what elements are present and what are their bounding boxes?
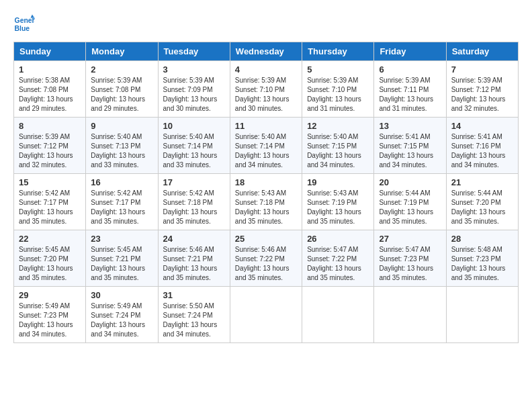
day-number: 1 (19, 64, 81, 75)
cell-content: Sunrise: 5:44 AMSunset: 7:20 PMDaylight:… (451, 189, 513, 226)
header-tuesday: Tuesday (158, 42, 230, 61)
cell-content: Sunrise: 5:47 AMSunset: 7:22 PMDaylight:… (307, 245, 369, 283)
calendar-cell: 22 Sunrise: 5:45 AMSunset: 7:20 PMDaylig… (14, 230, 86, 287)
day-number: 23 (91, 234, 152, 244)
cell-content: Sunrise: 5:41 AMSunset: 7:15 PMDaylight:… (379, 132, 441, 170)
calendar-week-1: 1 Sunrise: 5:38 AMSunset: 7:08 PMDayligh… (14, 61, 519, 118)
calendar-cell (230, 287, 302, 343)
day-number: 9 (91, 121, 152, 131)
cell-content: Sunrise: 5:42 AMSunset: 7:17 PMDaylight:… (19, 189, 81, 226)
calendar-cell: 23 Sunrise: 5:45 AMSunset: 7:21 PMDaylig… (86, 230, 158, 287)
day-number: 8 (19, 121, 81, 131)
header-sunday: Sunday (14, 42, 86, 61)
cell-content: Sunrise: 5:39 AMSunset: 7:09 PMDaylight:… (163, 76, 225, 113)
calendar-week-5: 29 Sunrise: 5:49 AMSunset: 7:23 PMDaylig… (14, 287, 519, 343)
cell-content: Sunrise: 5:40 AMSunset: 7:15 PMDaylight:… (307, 132, 369, 170)
day-number: 6 (379, 64, 441, 75)
day-number: 18 (235, 177, 297, 187)
cell-content: Sunrise: 5:38 AMSunset: 7:08 PMDaylight:… (19, 76, 81, 113)
header-thursday: Thursday (302, 42, 374, 61)
cell-content: Sunrise: 5:49 AMSunset: 7:24 PMDaylight:… (91, 302, 152, 339)
day-number: 26 (307, 234, 369, 244)
calendar-cell: 13 Sunrise: 5:41 AMSunset: 7:15 PMDaylig… (374, 118, 446, 174)
cell-content: Sunrise: 5:45 AMSunset: 7:20 PMDaylight:… (19, 245, 81, 283)
calendar-cell: 10 Sunrise: 5:40 AMSunset: 7:14 PMDaylig… (158, 118, 230, 174)
calendar-week-4: 22 Sunrise: 5:45 AMSunset: 7:20 PMDaylig… (14, 230, 519, 287)
day-number: 15 (19, 177, 81, 187)
calendar-cell: 4 Sunrise: 5:39 AMSunset: 7:10 PMDayligh… (230, 61, 302, 118)
logo: General Blue (13, 13, 39, 35)
cell-content: Sunrise: 5:46 AMSunset: 7:21 PMDaylight:… (163, 245, 225, 283)
header-saturday: Saturday (446, 42, 518, 61)
cell-content: Sunrise: 5:47 AMSunset: 7:23 PMDaylight:… (379, 245, 441, 283)
calendar-cell: 19 Sunrise: 5:43 AMSunset: 7:19 PMDaylig… (302, 174, 374, 230)
cell-content: Sunrise: 5:39 AMSunset: 7:10 PMDaylight:… (235, 76, 297, 113)
cell-content: Sunrise: 5:44 AMSunset: 7:19 PMDaylight:… (379, 189, 441, 226)
calendar-cell: 31 Sunrise: 5:50 AMSunset: 7:24 PMDaylig… (158, 287, 230, 343)
calendar-cell (446, 287, 518, 343)
day-number: 2 (91, 64, 152, 75)
calendar-cell: 30 Sunrise: 5:49 AMSunset: 7:24 PMDaylig… (86, 287, 158, 343)
day-number: 22 (19, 234, 81, 244)
calendar-cell: 7 Sunrise: 5:39 AMSunset: 7:12 PMDayligh… (446, 61, 518, 118)
svg-text:Blue: Blue (15, 25, 30, 32)
calendar-cell: 27 Sunrise: 5:47 AMSunset: 7:23 PMDaylig… (374, 230, 446, 287)
calendar-cell: 9 Sunrise: 5:40 AMSunset: 7:13 PMDayligh… (86, 118, 158, 174)
day-number: 10 (163, 121, 225, 131)
calendar-cell: 14 Sunrise: 5:41 AMSunset: 7:16 PMDaylig… (446, 118, 518, 174)
cell-content: Sunrise: 5:41 AMSunset: 7:16 PMDaylight:… (451, 132, 513, 170)
calendar-cell: 12 Sunrise: 5:40 AMSunset: 7:15 PMDaylig… (302, 118, 374, 174)
header-monday: Monday (86, 42, 158, 61)
calendar-cell: 6 Sunrise: 5:39 AMSunset: 7:11 PMDayligh… (374, 61, 446, 118)
calendar-header-row: SundayMondayTuesdayWednesdayThursdayFrid… (14, 42, 519, 61)
cell-content: Sunrise: 5:39 AMSunset: 7:08 PMDaylight:… (91, 76, 152, 113)
day-number: 27 (379, 234, 441, 244)
calendar-cell: 21 Sunrise: 5:44 AMSunset: 7:20 PMDaylig… (446, 174, 518, 230)
day-number: 19 (307, 177, 369, 187)
calendar-cell: 16 Sunrise: 5:42 AMSunset: 7:17 PMDaylig… (86, 174, 158, 230)
cell-content: Sunrise: 5:40 AMSunset: 7:13 PMDaylight:… (91, 132, 152, 170)
day-number: 4 (235, 64, 297, 75)
svg-text:General: General (15, 17, 35, 24)
day-number: 16 (91, 177, 152, 187)
day-number: 14 (451, 121, 513, 131)
calendar-cell: 20 Sunrise: 5:44 AMSunset: 7:19 PMDaylig… (374, 174, 446, 230)
calendar-week-3: 15 Sunrise: 5:42 AMSunset: 7:17 PMDaylig… (14, 174, 519, 230)
day-number: 21 (451, 177, 513, 187)
day-number: 7 (451, 64, 513, 75)
calendar-cell: 17 Sunrise: 5:42 AMSunset: 7:18 PMDaylig… (158, 174, 230, 230)
calendar-cell: 11 Sunrise: 5:40 AMSunset: 7:14 PMDaylig… (230, 118, 302, 174)
cell-content: Sunrise: 5:39 AMSunset: 7:12 PMDaylight:… (451, 76, 513, 113)
calendar-cell: 25 Sunrise: 5:46 AMSunset: 7:22 PMDaylig… (230, 230, 302, 287)
day-number: 12 (307, 121, 369, 131)
calendar-cell: 2 Sunrise: 5:39 AMSunset: 7:08 PMDayligh… (86, 61, 158, 118)
calendar-cell: 28 Sunrise: 5:48 AMSunset: 7:23 PMDaylig… (446, 230, 518, 287)
cell-content: Sunrise: 5:40 AMSunset: 7:14 PMDaylight:… (163, 132, 225, 170)
calendar-cell: 29 Sunrise: 5:49 AMSunset: 7:23 PMDaylig… (14, 287, 86, 343)
day-number: 20 (379, 177, 441, 187)
calendar-cell: 5 Sunrise: 5:39 AMSunset: 7:10 PMDayligh… (302, 61, 374, 118)
calendar-table: SundayMondayTuesdayWednesdayThursdayFrid… (13, 42, 519, 343)
cell-content: Sunrise: 5:49 AMSunset: 7:23 PMDaylight:… (19, 302, 81, 339)
calendar-cell (302, 287, 374, 343)
calendar-cell: 26 Sunrise: 5:47 AMSunset: 7:22 PMDaylig… (302, 230, 374, 287)
day-number: 3 (163, 64, 225, 75)
day-number: 28 (451, 234, 513, 244)
day-number: 5 (307, 64, 369, 75)
cell-content: Sunrise: 5:48 AMSunset: 7:23 PMDaylight:… (451, 245, 513, 283)
day-number: 25 (235, 234, 297, 244)
cell-content: Sunrise: 5:39 AMSunset: 7:11 PMDaylight:… (379, 76, 441, 113)
cell-content: Sunrise: 5:43 AMSunset: 7:18 PMDaylight:… (235, 189, 297, 226)
day-number: 17 (163, 177, 225, 187)
cell-content: Sunrise: 5:46 AMSunset: 7:22 PMDaylight:… (235, 245, 297, 283)
day-number: 30 (91, 290, 152, 300)
day-number: 13 (379, 121, 441, 131)
day-number: 11 (235, 121, 297, 131)
calendar-week-2: 8 Sunrise: 5:39 AMSunset: 7:12 PMDayligh… (14, 118, 519, 174)
header-wednesday: Wednesday (230, 42, 302, 61)
calendar-cell: 8 Sunrise: 5:39 AMSunset: 7:12 PMDayligh… (14, 118, 86, 174)
calendar-cell (374, 287, 446, 343)
cell-content: Sunrise: 5:42 AMSunset: 7:17 PMDaylight:… (91, 189, 152, 226)
cell-content: Sunrise: 5:40 AMSunset: 7:14 PMDaylight:… (235, 132, 297, 170)
cell-content: Sunrise: 5:39 AMSunset: 7:10 PMDaylight:… (307, 76, 369, 113)
